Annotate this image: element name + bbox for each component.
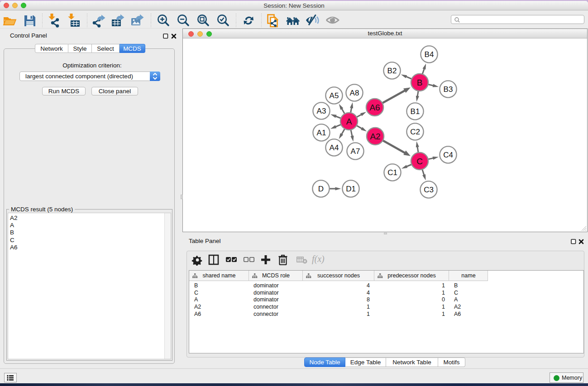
svg-text:C2: C2 xyxy=(410,128,420,136)
svg-text:B: B xyxy=(417,78,423,87)
svg-text:A: A xyxy=(346,117,352,126)
svg-text:A5: A5 xyxy=(330,91,339,100)
svg-text:B2: B2 xyxy=(387,67,397,75)
svg-text:B4: B4 xyxy=(425,50,434,59)
svg-text:C1: C1 xyxy=(387,168,397,177)
svg-text:D1: D1 xyxy=(346,185,356,193)
svg-text:A8: A8 xyxy=(350,89,359,97)
svg-text:B3: B3 xyxy=(444,85,453,94)
svg-text:C: C xyxy=(416,157,423,166)
svg-text:C4: C4 xyxy=(443,151,453,159)
svg-text:A4: A4 xyxy=(330,143,339,152)
svg-text:A2: A2 xyxy=(370,132,380,141)
svg-text:D: D xyxy=(318,185,324,193)
svg-text:A3: A3 xyxy=(317,107,326,115)
svg-text:A1: A1 xyxy=(317,129,326,137)
svg-text:B1: B1 xyxy=(411,107,420,116)
svg-text:C3: C3 xyxy=(424,186,434,194)
svg-text:A6: A6 xyxy=(369,103,380,112)
svg-text:A7: A7 xyxy=(351,147,360,156)
